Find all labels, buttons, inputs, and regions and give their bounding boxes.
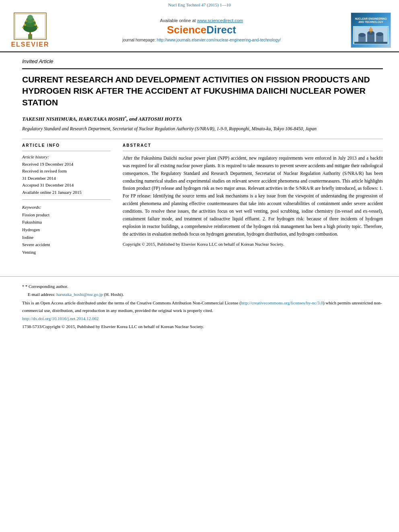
journal-cover-title: NUCLEAR ENGINEERING AND TECHNOLOGY bbox=[351, 16, 391, 25]
svg-point-9 bbox=[37, 27, 38, 28]
received-revised-date: 31 December 2014 bbox=[22, 175, 111, 182]
article-info-column: ARTICLE INFO Article history: Received 1… bbox=[22, 143, 111, 256]
abstract-paragraph: After the Fukushima Daiichi nuclear powe… bbox=[123, 154, 383, 238]
keywords-list: Fission product Fukushima Hydrogen Iodin… bbox=[22, 211, 111, 256]
svg-point-22 bbox=[369, 28, 373, 32]
svg-point-10 bbox=[25, 20, 27, 22]
svg-point-8 bbox=[22, 27, 24, 28]
sciencedirect-logo-text: ScienceDirect bbox=[56, 24, 347, 36]
elsevier-tree-icon bbox=[12, 12, 48, 40]
article-info-header: ARTICLE INFO bbox=[22, 143, 111, 148]
info-divider-middle bbox=[22, 199, 111, 200]
sciencedirect-url[interactable]: www.sciencedirect.com bbox=[197, 18, 243, 23]
article-title: CURRENT RESEARCH AND DEVELOPMENT ACTIVIT… bbox=[22, 74, 383, 108]
abstract-column: ABSTRACT After the Fukushima Daiichi nuc… bbox=[123, 143, 383, 256]
received-revised-label: Received in revised form bbox=[22, 168, 111, 175]
header-center: Available online at www.sciencedirect.co… bbox=[56, 18, 347, 42]
cover-art-icon bbox=[354, 27, 387, 44]
abstract-header: ABSTRACT bbox=[123, 143, 383, 148]
section-label: Invited Article bbox=[22, 58, 383, 64]
keyword-hydrogen: Hydrogen bbox=[22, 226, 111, 234]
abstract-body: After the Fukushima Daiichi nuclear powe… bbox=[123, 154, 383, 248]
footer-section: * * Corresponding author. E-mail address… bbox=[0, 276, 399, 335]
svg-point-18 bbox=[358, 33, 366, 37]
copyright-notice: Copyright © 2015, Published by Elsevier … bbox=[123, 240, 383, 248]
keyword-severe: Severe accident bbox=[22, 241, 111, 249]
doi-link[interactable]: http://dx.doi.org/10.1016/j.net.2014.12.… bbox=[22, 316, 99, 321]
elsevier-brand: ELSEVIER bbox=[11, 41, 49, 48]
email-line: E-mail address: harutaka_hoshi@nsr.go.jp… bbox=[22, 291, 383, 298]
svg-rect-21 bbox=[354, 42, 387, 44]
history-label: Article history: bbox=[22, 154, 111, 159]
available-online-text: Available online at www.sciencedirect.co… bbox=[56, 18, 347, 23]
article-content: Invited Article CURRENT RESEARCH AND DEV… bbox=[0, 52, 399, 264]
email-link[interactable]: harutaka_hoshi@nsr.go.jp bbox=[56, 292, 103, 297]
keyword-fission: Fission product bbox=[22, 211, 111, 219]
svg-point-6 bbox=[24, 24, 26, 26]
keyword-iodine: Iodine bbox=[22, 234, 111, 241]
info-divider-top bbox=[22, 151, 111, 151]
page-wrapper: Nucl Eng Technol 47 (2015) 1—10 bbox=[0, 0, 399, 532]
issn-copyright: 1738-5733/Copyright © 2015, Published by… bbox=[22, 324, 383, 329]
cc-license-link[interactable]: http://creativecommons.org/licenses/by-n… bbox=[241, 300, 323, 305]
title-divider-top bbox=[22, 68, 383, 69]
keywords-label: Keywords: bbox=[22, 205, 111, 210]
keyword-venting: Venting bbox=[22, 249, 111, 256]
received-date: Received 19 December 2014 bbox=[22, 161, 111, 168]
keyword-fukushima: Fukushima bbox=[22, 218, 111, 226]
journal-homepage-link[interactable]: http://www.journals.elsevier.com/nuclear… bbox=[157, 38, 281, 42]
svg-point-11 bbox=[33, 20, 35, 22]
svg-point-20 bbox=[376, 32, 383, 36]
doi-line: http://dx.doi.org/10.1016/j.net.2014.12.… bbox=[22, 315, 383, 322]
journal-header: ELSEVIER Available online at www.science… bbox=[0, 9, 399, 52]
available-online-date: Available online 21 January 2015 bbox=[22, 189, 111, 196]
elsevier-logo: ELSEVIER bbox=[8, 12, 52, 48]
open-access-line: This is an Open Access article distribut… bbox=[22, 299, 383, 314]
section-divider bbox=[22, 139, 383, 139]
svg-point-5 bbox=[27, 15, 33, 20]
abstract-divider-top bbox=[123, 151, 383, 151]
journal-citation: Nucl Eng Technol 47 (2015) 1—10 bbox=[0, 0, 399, 9]
svg-point-7 bbox=[35, 24, 37, 26]
accepted-date: Accepted 31 December 2014 bbox=[22, 182, 111, 189]
two-col-layout: ARTICLE INFO Article history: Received 1… bbox=[22, 143, 383, 256]
corresponding-author-note: * * Corresponding author. bbox=[22, 283, 383, 290]
journal-cover-image: NUCLEAR ENGINEERING AND TECHNOLOGY bbox=[351, 12, 391, 48]
journal-homepage: journal homepage: http://www.journals.el… bbox=[56, 38, 347, 42]
authors-line: TAKESHI NISHIMURA, HARUTAKA HOSHI*, and … bbox=[22, 115, 383, 122]
affiliation: Regulatory Standard and Research Departm… bbox=[22, 125, 383, 132]
journal-cover-illustration bbox=[353, 26, 389, 44]
